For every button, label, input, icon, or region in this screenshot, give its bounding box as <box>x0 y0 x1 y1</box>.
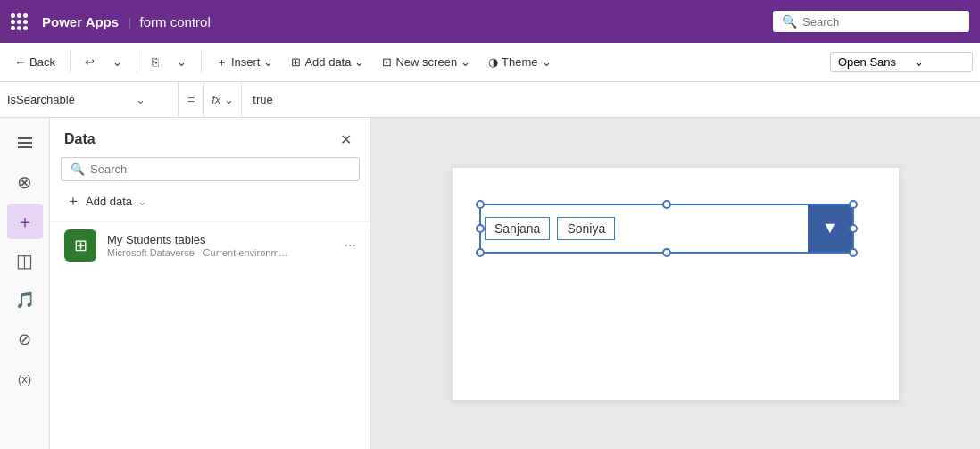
add-data-plus-icon: ＋ <box>66 192 80 211</box>
font-name: Open Sans <box>838 55 896 69</box>
handle-middle-left <box>476 224 485 233</box>
chevron-down-icon-2: ⌄ <box>177 55 187 69</box>
font-picker[interactable]: Open Sans ⌄ <box>830 52 973 72</box>
sidebar-item-hamburger[interactable] <box>7 125 43 161</box>
data-panel: Data ✕ 🔍 ＋ Add data ⌄ ⊞ My Students tabl… <box>50 118 371 449</box>
data-panel-title: Data <box>64 131 96 147</box>
app-name: Power Apps <box>42 14 119 29</box>
insert-chevron: ⌄ <box>263 55 273 69</box>
canvas-content: Sanjana Soniya ▼ <box>453 168 899 400</box>
new-screen-label: New screen <box>395 55 457 69</box>
handle-middle-right <box>849 224 858 233</box>
data-item-icon: ⊞ <box>64 229 96 262</box>
back-arrow-icon: ← <box>14 55 26 69</box>
equals-sign: = <box>179 82 204 117</box>
global-search-input[interactable] <box>802 15 960 29</box>
theme-icon: ◑ <box>488 55 498 69</box>
close-icon: ✕ <box>340 131 352 148</box>
handle-top-right <box>849 200 858 209</box>
main-layout: ⊗ ＋ ◫ 🎵 ⊘ (x) Data ✕ 🔍 ＋ <box>0 118 980 449</box>
layers-icon: ⊗ <box>17 171 32 193</box>
handle-top-middle <box>662 200 671 209</box>
data-item-name: My Students tables <box>107 233 334 246</box>
theme-label: Theme <box>502 55 537 69</box>
sidebar-item-database[interactable]: ◫ <box>7 243 43 279</box>
fx-button[interactable]: fx ⌄ <box>204 82 242 117</box>
handle-bottom-left <box>476 248 485 257</box>
handle-bottom-middle <box>662 248 671 257</box>
combo-box-control[interactable]: Sanjana Soniya ▼ <box>479 204 854 254</box>
formula-value[interactable]: true <box>242 93 980 106</box>
combo-dropdown-button[interactable]: ▼ <box>808 205 852 252</box>
undo-dropdown-button[interactable]: ⌄ <box>105 52 129 72</box>
combo-tag-sanjana[interactable]: Sanjana <box>485 217 550 240</box>
data-panel-close-button[interactable]: ✕ <box>335 129 356 150</box>
copy-dropdown-button[interactable]: ⌄ <box>170 52 194 72</box>
formula-bar: IsSearchable ⌄ = fx ⌄ true <box>0 82 980 118</box>
hamburger-icon <box>16 136 34 150</box>
data-item-info: My Students tables Microsoft Dataverse -… <box>107 233 334 258</box>
search-icon: 🔍 <box>782 14 797 29</box>
fx-label: fx <box>212 93 220 106</box>
property-value: IsSearchable <box>7 93 132 106</box>
more-options-icon[interactable]: ··· <box>345 237 356 254</box>
components-icon: ⊘ <box>18 329 31 349</box>
data-item-my-students[interactable]: ⊞ My Students tables Microsoft Dataverse… <box>50 221 370 269</box>
top-bar: Power Apps | form control 🔍 <box>0 0 980 43</box>
handle-bottom-right <box>849 248 858 257</box>
icon-sidebar: ⊗ ＋ ◫ 🎵 ⊘ (x) <box>0 118 50 449</box>
new-screen-button[interactable]: ⊡ New screen ⌄ <box>375 52 478 72</box>
data-item-description: Microsoft Dataverse - Current environm..… <box>107 247 334 258</box>
title-divider: | <box>128 15 130 29</box>
dropdown-arrow-icon: ▼ <box>822 219 838 237</box>
add-icon: ＋ <box>16 210 34 234</box>
handle-top-left <box>476 200 485 209</box>
copy-icon: ⎘ <box>152 55 159 69</box>
fx-chevron: ⌄ <box>224 93 234 106</box>
toolbar-divider-3 <box>201 52 202 73</box>
copy-button[interactable]: ⎘ <box>145 52 166 72</box>
variables-icon: (x) <box>18 372 31 386</box>
add-data-chevron: ⌄ <box>137 195 147 208</box>
font-chevron: ⌄ <box>914 55 924 69</box>
new-screen-chevron: ⌄ <box>461 55 470 69</box>
toolbar-divider-1 <box>70 52 71 73</box>
canvas-area: Sanjana Soniya ▼ <box>371 118 980 449</box>
sidebar-item-variables[interactable]: (x) <box>7 361 43 396</box>
add-data-panel-button[interactable]: ＋ Add data ⌄ <box>61 188 360 214</box>
global-search-box[interactable]: 🔍 <box>773 11 969 32</box>
data-panel-search-box[interactable]: 🔍 <box>61 157 360 181</box>
undo-icon: ↩ <box>85 55 95 69</box>
data-panel-header: Data ✕ <box>50 118 370 157</box>
add-data-icon: ⊞ <box>291 55 301 69</box>
property-chevron: ⌄ <box>136 93 145 106</box>
property-selector[interactable]: IsSearchable ⌄ <box>0 82 179 117</box>
toolbar-divider-2 <box>137 52 137 73</box>
data-search-input[interactable] <box>90 162 350 176</box>
sidebar-item-media[interactable]: 🎵 <box>7 282 43 318</box>
database-icon: ◫ <box>16 250 33 271</box>
add-data-chevron: ⌄ <box>354 55 364 69</box>
media-icon: 🎵 <box>15 290 35 310</box>
toolbar: ← Back ↩ ⌄ ⎘ ⌄ ＋ Insert ⌄ ⊞ Add data ⌄ ⊡… <box>0 43 980 82</box>
insert-button[interactable]: ＋ Insert ⌄ <box>209 51 281 74</box>
add-data-label: Add data <box>304 55 351 69</box>
chevron-down-icon: ⌄ <box>112 55 122 69</box>
combo-tag-soniya[interactable]: Soniya <box>557 217 615 240</box>
add-data-button[interactable]: ⊞ Add data ⌄ <box>284 52 371 72</box>
sidebar-item-layers[interactable]: ⊗ <box>7 164 43 200</box>
add-data-panel-label: Add data <box>86 195 132 208</box>
insert-label: Insert <box>231 55 261 69</box>
undo-button[interactable]: ↩ <box>78 52 102 72</box>
project-name: form control <box>140 14 211 29</box>
search-icon: 🔍 <box>71 162 85 176</box>
back-button[interactable]: ← Back <box>7 52 62 72</box>
apps-grid-icon[interactable] <box>11 13 28 30</box>
sidebar-item-components[interactable]: ⊘ <box>7 321 43 357</box>
back-label: Back <box>29 55 55 69</box>
sidebar-item-add[interactable]: ＋ <box>7 204 43 239</box>
theme-chevron: ⌄ <box>542 55 552 69</box>
plus-icon: ＋ <box>216 54 228 71</box>
theme-button[interactable]: ◑ Theme ⌄ <box>481 52 558 72</box>
new-screen-icon: ⊡ <box>382 55 392 69</box>
